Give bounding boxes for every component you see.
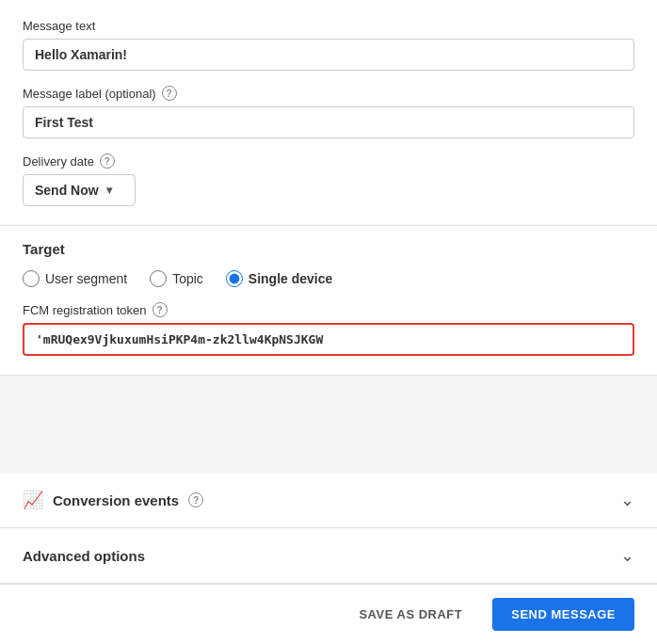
target-section-title: Target [23,241,634,257]
conversion-events-help-icon[interactable]: ? [188,492,203,507]
message-label-input[interactable] [23,106,634,138]
fcm-token-help-icon[interactable]: ? [152,302,168,317]
target-radio-group: User segment Topic Single device [23,270,634,287]
chevron-down-icon: ▾ [106,184,112,197]
message-text-group: Message text [23,19,634,71]
message-label-group: Message label (optional) ? [23,86,634,138]
fcm-token-group: FCM registration token ? [23,302,634,356]
fcm-token-label-text: FCM registration token [23,303,147,317]
footer: SAVE AS DRAFT SEND MESSAGE [0,584,657,644]
message-text-label-text: Message text [23,19,95,33]
message-text-section: Message text Message label (optional) ? … [0,0,657,226]
delivery-date-value: Send Now [35,183,99,198]
send-message-button[interactable]: SEND MESSAGE [492,598,634,631]
advanced-options-title: Advanced options [23,548,145,564]
fcm-token-input[interactable] [23,323,634,356]
radio-topic-input[interactable] [150,270,167,287]
conversion-events-section[interactable]: 📈 Conversion events ? ⌄ [0,473,657,528]
radio-single-device-label: Single device [248,271,332,286]
message-text-label: Message text [23,19,634,33]
save-draft-button[interactable]: SAVE AS DRAFT [340,598,481,631]
target-section: Target User segment Topic Single device … [0,226,657,376]
spacer [0,376,657,473]
main-container: Message text Message label (optional) ? … [0,0,657,644]
radio-user-segment[interactable]: User segment [23,270,127,287]
delivery-date-group: Delivery date ? Send Now ▾ [23,153,634,206]
radio-user-segment-label: User segment [45,271,127,286]
delivery-date-label: Delivery date ? [23,153,634,169]
radio-topic-label: Topic [172,271,203,286]
trend-icon: 📈 [23,490,43,510]
conversion-events-chevron-icon: ⌄ [620,490,634,510]
advanced-options-left: Advanced options [23,548,145,564]
message-label-text: Message label (optional) [23,87,156,101]
conversion-events-title: Conversion events [53,492,179,508]
advanced-options-section[interactable]: Advanced options ⌄ [0,528,657,584]
delivery-date-label-text: Delivery date [23,154,94,169]
advanced-options-chevron-icon: ⌄ [620,545,634,566]
radio-single-device[interactable]: Single device [226,270,332,287]
radio-topic[interactable]: Topic [150,270,203,287]
radio-user-segment-input[interactable] [23,270,40,287]
delivery-date-dropdown[interactable]: Send Now ▾ [23,174,136,206]
delivery-date-dropdown-wrapper: Send Now ▾ [23,174,136,206]
radio-single-device-input[interactable] [226,270,243,287]
message-text-input[interactable] [23,39,634,71]
fcm-token-label: FCM registration token ? [23,302,634,317]
message-label-label: Message label (optional) ? [23,86,634,101]
message-label-help-icon[interactable]: ? [162,86,177,101]
delivery-date-help-icon[interactable]: ? [100,153,115,169]
conversion-events-left: 📈 Conversion events ? [23,490,203,510]
